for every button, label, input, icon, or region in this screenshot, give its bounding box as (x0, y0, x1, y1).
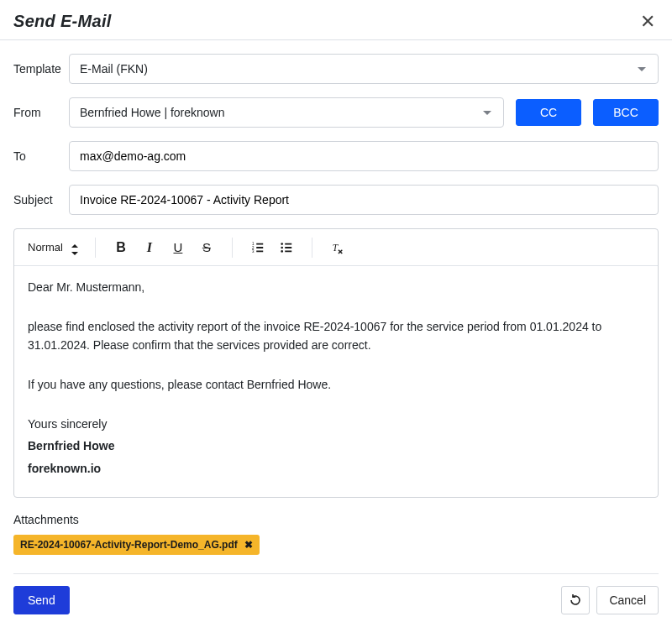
attachment-filename: RE-2024-10067-Activity-Report-Demo_AG.pd… (20, 539, 238, 551)
bold-button[interactable]: B (109, 236, 133, 259)
dialog-title: Send E-Mail (13, 12, 112, 31)
strikethrough-button[interactable]: S (195, 236, 218, 259)
caret-updown-icon (71, 239, 78, 255)
reset-button[interactable] (561, 586, 590, 614)
cancel-button[interactable]: Cancel (596, 586, 659, 614)
toolbar-separator (232, 238, 233, 258)
undo-icon (569, 593, 582, 607)
body-paragraph: Yours sincerely (28, 415, 644, 434)
from-select[interactable]: Bernfried Howe | foreknown (69, 97, 504, 128)
from-value: Bernfried Howe | foreknown (80, 106, 225, 119)
template-label: Template (13, 62, 69, 76)
remove-attachment-icon[interactable]: ✖ (244, 539, 253, 551)
to-field-wrapper (69, 141, 659, 171)
editor: Normal B I U S 1 2 3 (13, 228, 659, 498)
template-value: E-Mail (FKN) (80, 62, 148, 76)
body-signature-name: Bernfried Howe (28, 437, 644, 456)
from-label: From (13, 106, 69, 119)
clear-formatting-button[interactable]: T (326, 236, 349, 259)
send-email-dialog: Send E-Mail ✕ Template E-Mail (FKN) From… (0, 0, 672, 628)
to-label: To (13, 149, 69, 163)
editor-toolbar: Normal B I U S 1 2 3 (14, 229, 658, 266)
toolbar-separator (95, 238, 96, 258)
unordered-list-icon (280, 241, 293, 254)
underline-icon: U (173, 240, 182, 254)
to-input[interactable] (80, 142, 648, 170)
svg-point-7 (281, 246, 283, 248)
svg-point-6 (281, 243, 283, 245)
ordered-list-button[interactable]: 1 2 3 (246, 236, 270, 259)
unordered-list-button[interactable] (275, 236, 298, 259)
svg-point-8 (281, 250, 283, 253)
dialog-footer: Send Cancel (13, 586, 659, 614)
dialog-header: Send E-Mail ✕ (0, 0, 672, 40)
bcc-button[interactable]: BCC (593, 99, 659, 126)
svg-text:3: 3 (252, 249, 255, 254)
subject-field-wrapper (69, 185, 659, 215)
template-select[interactable]: E-Mail (FKN) (69, 54, 659, 84)
heading-value: Normal (28, 241, 63, 254)
body-signature-company: foreknown.io (28, 459, 644, 478)
footer-separator (13, 573, 659, 574)
body-paragraph: please find enclosed the activity report… (28, 317, 644, 355)
attachments-list: RE-2024-10067-Activity-Report-Demo_AG.pd… (13, 535, 659, 555)
toolbar-separator (312, 238, 312, 258)
close-icon[interactable]: ✕ (637, 13, 659, 31)
chevron-down-icon (483, 111, 491, 115)
subject-input[interactable] (80, 186, 648, 214)
body-paragraph: Dear Mr. Mustermann, (28, 278, 644, 297)
underline-button[interactable]: U (166, 236, 190, 259)
body-paragraph: If you have any questions, please contac… (28, 375, 644, 395)
svg-text:T: T (333, 242, 339, 252)
chevron-down-icon (638, 67, 646, 71)
ordered-list-icon: 1 2 3 (251, 241, 265, 254)
clear-formatting-icon: T (331, 241, 344, 254)
heading-select[interactable]: Normal (24, 239, 81, 255)
attachments-label: Attachments (13, 513, 659, 526)
bold-icon: B (116, 240, 126, 255)
italic-icon: I (147, 240, 152, 255)
attachment-chip[interactable]: RE-2024-10067-Activity-Report-Demo_AG.pd… (13, 535, 260, 555)
cc-button[interactable]: CC (516, 99, 581, 126)
send-button[interactable]: Send (13, 586, 70, 614)
editor-body[interactable]: Dear Mr. Mustermann, please find enclose… (14, 266, 658, 497)
subject-label: Subject (13, 193, 69, 206)
italic-button[interactable]: I (138, 236, 161, 259)
strikethrough-icon: S (202, 240, 211, 254)
